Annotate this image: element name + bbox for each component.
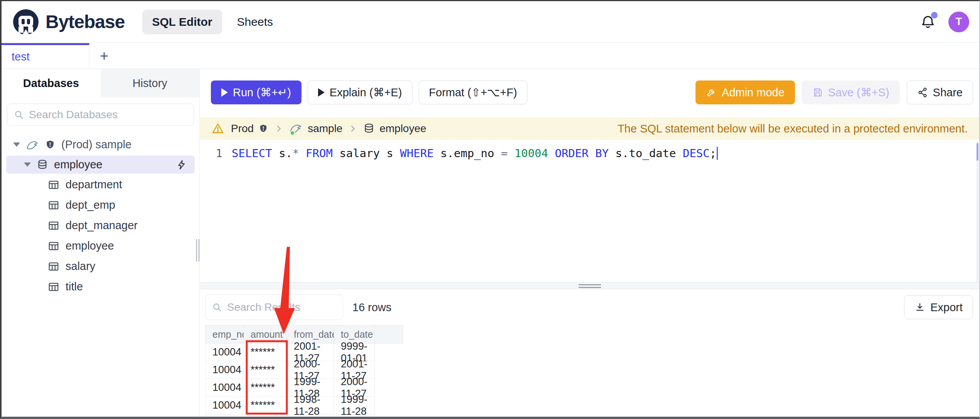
new-worksheet-button[interactable]: +	[89, 43, 119, 69]
caret-down-icon[interactable]	[13, 142, 20, 147]
database-search[interactable]	[7, 104, 194, 126]
explain-button[interactable]: Explain (⌘+E)	[308, 80, 413, 104]
tree-item-table-dept_manager[interactable]: dept_manager	[2, 215, 199, 236]
sql-token-keyword: DESC	[683, 147, 710, 160]
breadcrumb: Prod sample	[211, 122, 426, 135]
column-header-filler	[375, 325, 403, 344]
chevron-right-icon	[349, 124, 357, 133]
cell-amount[interactable]: ******	[244, 379, 287, 397]
play-icon	[221, 88, 228, 97]
chevron-right-icon	[274, 124, 283, 133]
wrench-icon	[706, 87, 717, 98]
sql-token-plain: s.	[272, 147, 292, 160]
sidebar: Databases History (Prod) sample	[2, 69, 200, 417]
sql-token-plain	[548, 147, 555, 160]
results-toolbar: 16 rows Export	[205, 295, 973, 320]
toolbar-right-group: Admin mode Save (⌘+S) Share	[695, 80, 973, 104]
brand-name: Bytebase	[45, 11, 125, 32]
tree-item-table-salary[interactable]: salary	[2, 256, 199, 277]
warning-triangle-icon	[211, 122, 225, 135]
search-icon	[212, 302, 222, 313]
divider-drag-handle[interactable]	[579, 284, 601, 288]
top-actions: T	[920, 12, 979, 32]
export-button[interactable]: Export	[904, 295, 973, 319]
database-icon	[363, 123, 375, 134]
nav-sql-editor[interactable]: SQL Editor	[142, 10, 222, 34]
breadcrumb-database[interactable]: employee	[363, 122, 426, 135]
sidebar-tabs: Databases History	[2, 69, 199, 97]
sql-token-keyword: FROM	[306, 147, 333, 160]
tree-item-label: dept_emp	[66, 199, 115, 211]
panel-divider[interactable]	[200, 282, 979, 289]
shield-icon	[258, 123, 268, 134]
cell-from_date[interactable]: 1998-11-28	[287, 397, 334, 414]
cell-emp_no[interactable]: 10004	[205, 361, 244, 379]
sql-token-plain	[589, 147, 595, 160]
sql-token-operator: *	[292, 147, 299, 160]
tree-item-table-title[interactable]: title	[2, 277, 199, 297]
tree-item-label: employee	[54, 158, 103, 171]
worksheet-tab-test[interactable]: test	[2, 43, 89, 69]
format-button[interactable]: Format (⇧+⌥+F)	[419, 80, 528, 104]
table-icon	[48, 179, 59, 191]
cell-amount[interactable]: ******	[244, 397, 287, 414]
table-icon	[48, 281, 59, 293]
bytebase-logo[interactable]: Bytebase	[13, 9, 125, 35]
environment-banner: Prod sample	[200, 117, 979, 140]
play-icon	[318, 88, 325, 97]
sql-token-keyword: SELECT	[232, 147, 272, 160]
table-icon	[48, 240, 59, 252]
tree-item-instance[interactable]: (Prod) sample	[2, 134, 199, 155]
row-count: 16 rows	[352, 301, 392, 314]
breadcrumb-environment[interactable]: Prod	[231, 122, 268, 135]
results-table: emp_noamountfrom_dateto_date 10004******…	[205, 325, 403, 418]
connection-status-dot	[290, 131, 295, 136]
tab-history[interactable]: History	[101, 69, 200, 97]
column-header-amount[interactable]: amount	[244, 325, 287, 344]
database-icon	[37, 159, 48, 171]
notifications-bell-icon[interactable]	[920, 13, 936, 30]
tree-item-label: title	[66, 280, 83, 293]
cell-amount[interactable]: ******	[244, 361, 287, 379]
sql-token-plain: s.to_date	[609, 147, 683, 160]
save-button[interactable]: Save (⌘+S)	[802, 80, 900, 104]
tree-item-table-dept_emp[interactable]: dept_emp	[2, 195, 199, 215]
cell-emp_no[interactable]: 10004	[205, 397, 244, 414]
sidebar-resize-handle[interactable]	[196, 239, 200, 261]
caret-down-icon[interactable]	[24, 163, 31, 167]
lightning-icon[interactable]	[176, 159, 187, 171]
sql-statement: SELECT s.* FROM salary s WHERE s.emp_no …	[232, 146, 716, 161]
share-button[interactable]: Share	[907, 80, 973, 104]
column-header-emp_no[interactable]: emp_no	[205, 325, 244, 344]
table-icon	[48, 199, 59, 211]
save-floppy-icon	[812, 87, 823, 98]
database-tree: (Prod) sample employee departmentdept_em…	[2, 131, 199, 297]
tab-databases[interactable]: Databases	[2, 69, 101, 97]
tree-item-label: dept_manager	[66, 219, 138, 232]
protected-environment-warning: The SQL statement below will be executed…	[618, 122, 968, 135]
results-search[interactable]	[205, 295, 343, 320]
tree-item-label: salary	[66, 260, 95, 273]
run-button[interactable]: Run (⌘+↵)	[211, 80, 301, 104]
admin-mode-button[interactable]: Admin mode	[695, 80, 795, 104]
worksheet-tab-bar: test +	[2, 43, 979, 69]
bytebase-logo-icon	[13, 9, 39, 35]
tree-item-table-employee[interactable]: employee	[2, 236, 199, 256]
bytebase-sql-editor-window: Bytebase SQL Editor Sheets T test + Data…	[0, 0, 980, 419]
nav-sheets[interactable]: Sheets	[227, 10, 283, 34]
cell-emp_no[interactable]: 10004	[205, 344, 244, 361]
tree-item-label: department	[66, 178, 122, 191]
cell-amount[interactable]: ******	[244, 344, 287, 361]
tree-item-database-employee[interactable]: employee	[6, 156, 195, 174]
cell-emp_no[interactable]: 10004	[205, 379, 244, 397]
breadcrumb-instance[interactable]: sample	[289, 122, 342, 135]
search-databases-input[interactable]	[29, 109, 187, 121]
sql-token-operator: =	[501, 147, 507, 160]
table-row[interactable]: 10004******1998-11-281999-11-28	[205, 397, 403, 414]
search-results-input[interactable]	[227, 301, 337, 313]
cell-to_date[interactable]: 1999-11-28	[334, 397, 375, 414]
table-body: 10004******2001-11-279999-01-0110004****…	[205, 344, 403, 414]
shield-icon	[45, 139, 56, 151]
user-avatar[interactable]: T	[948, 12, 969, 32]
tree-item-table-department[interactable]: department	[2, 174, 199, 195]
